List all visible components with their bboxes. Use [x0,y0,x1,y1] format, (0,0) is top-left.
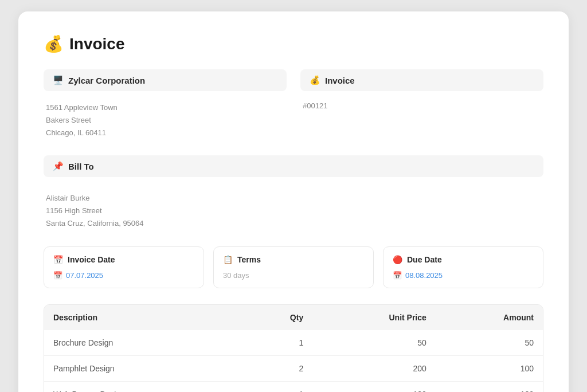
invoice-table: Description Qty Unit Price Amount Brochu… [44,305,543,392]
invoice-date-box: 📅 Invoice Date 📅 07.07.2025 [44,246,204,288]
page-title: 💰 Invoice [44,34,543,53]
cell-qty: 1 [242,381,312,392]
company-address-line1: 1561 Appleview Town [46,101,284,114]
invoice-date-label: 📅 Invoice Date [53,255,194,264]
invoice-card: 💰 Invoice 🖥️ Zylcar Corporation 1561 App… [18,11,569,392]
due-date-icon: 🔴 [393,255,402,264]
company-icon: 🖥️ [53,75,64,85]
col-description: Description [44,305,242,330]
terms-label: 📋 Terms [223,255,364,264]
invoice-table-wrapper: Description Qty Unit Price Amount Brochu… [44,304,543,392]
invoice-label: Invoice [325,76,355,85]
cell-description: Brochure Design [44,330,242,356]
invoice-date-label-text: Invoice Date [68,255,115,264]
bill-to-section: 📌 Bill To Alistair Burke 1156 High Stree… [44,155,543,232]
invoice-label-box: 💰 Invoice [300,69,543,91]
invoice-date-icon: 📅 [53,255,63,264]
company-section: 🖥️ Zylcar Corporation 1561 Appleview Tow… [44,69,287,142]
col-unit-price: Unit Price [312,305,436,330]
cell-qty: 1 [242,330,312,356]
terms-icon: 📋 [223,255,233,264]
table-row: Web Banner Design1120120 [44,381,543,392]
table-header-row: Description Qty Unit Price Amount [44,305,543,330]
cell-qty: 2 [242,355,312,381]
top-section: 🖥️ Zylcar Corporation 1561 Appleview Tow… [44,69,543,142]
invoice-date-text: 07.07.2025 [66,271,103,280]
company-address-line3: Chicago, IL 60411 [46,127,284,139]
due-date-text: 08.08.2025 [405,271,443,280]
due-date-value: 📅 08.08.2025 [393,271,534,280]
bill-to-box: 📌 Bill To [44,155,543,177]
cell-amount: 120 [436,381,543,392]
cell-amount: 100 [436,355,543,381]
bill-to-label: Bill To [68,162,94,171]
calendar-icon-1: 📅 [53,271,62,280]
due-date-box: 🔴 Due Date 📅 08.08.2025 [383,246,543,288]
bill-address-line2: Santa Cruz, California, 95064 [46,217,541,230]
invoice-icon: 💰 [310,75,320,85]
bill-address: Alistair Burke 1156 High Street Santa Cr… [44,185,543,232]
bill-address-line1: 1156 High Street [46,205,541,217]
cell-unit-price: 200 [312,355,436,381]
cell-unit-price: 120 [312,381,436,392]
cell-description: Web Banner Design [44,381,242,392]
bill-to-icon: 📌 [53,161,64,171]
company-box: 🖥️ Zylcar Corporation [44,69,287,91]
terms-value: 30 days [223,271,364,280]
cell-amount: 50 [436,330,543,356]
due-date-label: 🔴 Due Date [393,255,534,264]
title-text: Invoice [69,35,124,53]
title-icon: 💰 [44,34,64,53]
dates-section: 📅 Invoice Date 📅 07.07.2025 📋 Terms 30 d… [44,246,543,288]
invoice-date-value: 📅 07.07.2025 [53,271,194,280]
cell-description: Pamphlet Design [44,355,242,381]
cell-unit-price: 50 [312,330,436,356]
table-row: Brochure Design15050 [44,330,543,356]
bill-name: Alistair Burke [46,192,541,205]
due-date-label-text: Due Date [407,255,442,264]
terms-box: 📋 Terms 30 days [213,246,374,288]
company-name: Zylcar Corporation [68,76,145,85]
table-row: Pamphlet Design2200100 [44,355,543,381]
terms-label-text: Terms [237,255,261,264]
company-address-line2: Bakers Street [46,114,284,127]
col-amount: Amount [436,305,543,330]
calendar-icon-2: 📅 [393,271,402,280]
company-address: 1561 Appleview Town Bakers Street Chicag… [44,99,287,142]
invoice-section: 💰 Invoice #00121 [300,69,543,142]
col-qty: Qty [242,305,312,330]
invoice-number: #00121 [300,99,543,112]
